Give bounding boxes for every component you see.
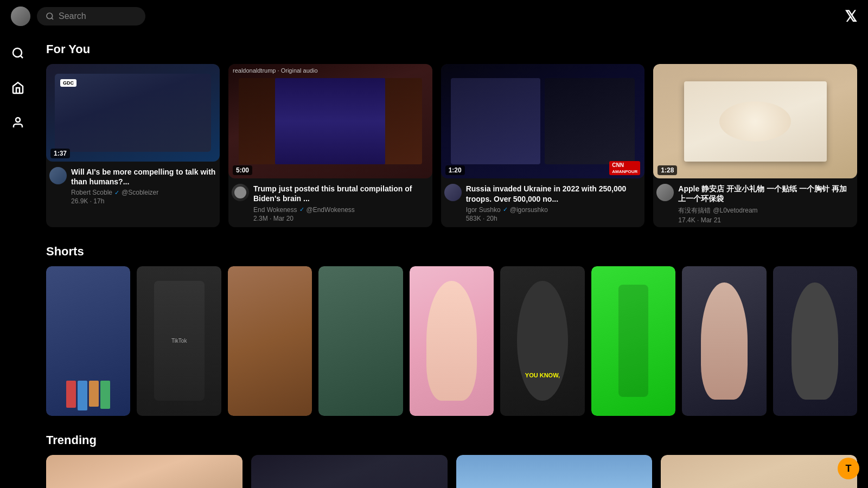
video-card[interactable]: realdonaldtrump · Original audio 5:00 Tr…	[228, 64, 432, 227]
video-title: Will AI's be more compelling to talk wit…	[71, 167, 216, 187]
video-channel: Robert Scoble ✓ @Scobleizer	[71, 189, 216, 196]
short-card[interactable]: TikTok	[137, 266, 221, 416]
video-stats: 26.9K · 17h	[71, 197, 216, 205]
video-stats: 583K · 20h	[466, 215, 642, 222]
short-card[interactable]	[318, 266, 403, 416]
video-info: Trump just posted this brutal compilatio…	[253, 184, 429, 222]
video-meta: Russia invaded Ukraine in 2022 with 250,…	[441, 178, 645, 225]
video-title: Apple 静安店 开业小礼物 一个贴纸 一个胸针 再加上一个环保袋	[678, 184, 854, 203]
channel-avatar	[444, 184, 462, 201]
svg-point-2	[13, 48, 22, 57]
video-card[interactable]: GDC 1:37 Will AI's be more compelling to…	[46, 64, 220, 227]
home-icon	[11, 81, 24, 94]
duration-badge: 5:00	[233, 165, 252, 175]
video-title: Trump just posted this brutal compilatio…	[253, 184, 429, 203]
svg-point-0	[47, 13, 53, 19]
sidebar-item-home[interactable]	[8, 78, 28, 98]
video-card[interactable]: 1:20 CNNAMANPOUR Russia invaded Ukraine …	[441, 64, 645, 227]
channel-avatar	[49, 167, 67, 184]
duration-badge: 1:20	[445, 165, 465, 175]
shorts-title: Shorts	[46, 245, 857, 259]
search-input[interactable]	[59, 11, 135, 21]
short-card[interactable]	[46, 266, 130, 416]
video-title: Russia invaded Ukraine in 2022 with 250,…	[466, 184, 642, 203]
topbar-left	[11, 7, 145, 26]
video-card[interactable]: 1:28 Apple 静安店 开业小礼物 一个贴纸 一个胸针 再加上一个环保袋 …	[653, 64, 857, 227]
short-card[interactable]	[682, 266, 766, 416]
short-overlay-text: YOU KNOW,	[525, 372, 560, 378]
video-stats: 2.3M · Mar 20	[253, 215, 429, 222]
short-card[interactable]	[773, 266, 857, 416]
badge-symbol: T	[846, 463, 852, 474]
video-channel: End Wokeness ✓ @EndWokeness	[253, 206, 429, 214]
trending-card[interactable]	[251, 455, 448, 488]
video-meta: Trump just posted this brutal compilatio…	[228, 178, 432, 225]
video-meta: Apple 静安店 开业小礼物 一个贴纸 一个胸针 再加上一个环保袋 有没有搞错…	[653, 178, 857, 227]
verified-badge: ✓	[299, 206, 304, 213]
for-you-grid: GDC 1:37 Will AI's be more compelling to…	[46, 64, 857, 227]
video-thumbnail: 1:28	[653, 64, 857, 178]
cnn-badge: CNNAMANPOUR	[609, 161, 640, 175]
video-meta: Will AI's be more compelling to talk wit…	[46, 162, 220, 208]
verified-badge: ✓	[503, 206, 508, 213]
main-content: For You GDC 1:37 Will AI's be more compe…	[35, 33, 868, 488]
short-card[interactable]	[410, 266, 494, 416]
user-avatar[interactable]	[11, 7, 30, 26]
bottom-right-badge[interactable]: T	[838, 458, 859, 479]
sidebar	[0, 33, 35, 132]
sidebar-item-profile[interactable]	[8, 113, 28, 132]
video-thumbnail: realdonaldtrump · Original audio 5:00	[228, 64, 432, 178]
duration-badge: 1:28	[658, 165, 677, 175]
shorts-row: TikTok	[46, 266, 857, 416]
channel-avatar	[656, 184, 674, 201]
svg-line-3	[20, 56, 22, 58]
verified-badge: ✓	[114, 189, 119, 196]
trending-title: Trending	[46, 433, 857, 447]
sidebar-item-search[interactable]	[8, 43, 28, 63]
x-logo: 𝕏	[845, 8, 857, 25]
video-info: Apple 静安店 开业小礼物 一个贴纸 一个胸针 再加上一个环保袋 有没有搞错…	[678, 184, 854, 223]
video-source: realdonaldtrump · Original audio	[233, 67, 318, 74]
video-stats: 17.4K · Mar 21	[678, 216, 854, 224]
for-you-title: For You	[46, 42, 857, 56]
svg-point-4	[16, 118, 20, 122]
duration-badge: 1:37	[50, 149, 70, 158]
trending-card[interactable]	[46, 455, 242, 488]
video-channel: 有没有搞错 @L0vetodream	[678, 206, 854, 215]
trending-card[interactable]	[456, 455, 653, 488]
search-icon	[46, 12, 54, 21]
short-card[interactable]	[591, 266, 675, 416]
svg-line-1	[52, 18, 53, 20]
video-info: Russia invaded Ukraine in 2022 with 250,…	[466, 184, 642, 222]
trending-card[interactable]	[661, 455, 857, 488]
short-card[interactable]	[228, 266, 312, 416]
search-bar[interactable]	[37, 7, 145, 25]
channel-avatar	[232, 184, 249, 201]
profile-icon	[11, 116, 24, 129]
short-card[interactable]: YOU KNOW,	[500, 266, 584, 416]
search-icon	[11, 47, 24, 60]
trending-grid	[46, 455, 857, 488]
video-thumbnail: 1:20 CNNAMANPOUR	[441, 64, 645, 178]
topbar: 𝕏	[0, 0, 868, 33]
video-info: Will AI's be more compelling to talk wit…	[71, 167, 216, 205]
video-channel: Igor Sushko ✓ @igorsushko	[466, 206, 642, 214]
video-thumbnail: GDC 1:37	[46, 64, 220, 162]
